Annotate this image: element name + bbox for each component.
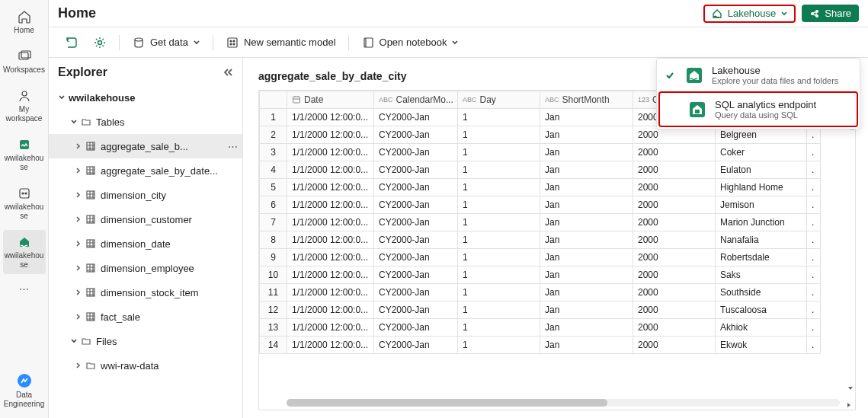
horizontal-scrollbar-track[interactable] (287, 399, 840, 407)
data-cell[interactable]: CY2000-Jan (374, 249, 458, 266)
data-cell[interactable]: Jan (540, 179, 633, 196)
table-row[interactable]: 131/1/2000 12:00:0...CY2000-Jan1Jan2000A… (260, 319, 821, 337)
data-cell[interactable]: 1 (458, 161, 540, 179)
table-row[interactable]: 51/1/2000 12:00:0...CY2000-Jan1Jan2000Hi… (260, 179, 821, 196)
data-cell[interactable]: CY2000-Jan (374, 266, 458, 284)
data-cell[interactable]: 2000 (633, 249, 716, 266)
leftrail-more[interactable]: ⋯ (19, 279, 29, 299)
column-header[interactable]: ABCCalendarMo... (374, 91, 458, 109)
table-row[interactable]: 91/1/2000 12:00:0...CY2000-Jan1Jan2000Ro… (260, 249, 821, 266)
data-cell[interactable]: Nanafalia (716, 231, 807, 249)
data-cell[interactable]: CY2000-Jan (374, 109, 458, 126)
tree-table-item[interactable]: dimension_customer (49, 207, 242, 231)
lakehouse-mode-dropdown[interactable]: Lakehouse (703, 5, 796, 23)
collapse-explorer-button[interactable] (223, 67, 233, 78)
tree-table-item[interactable]: dimension_date (49, 231, 242, 256)
data-cell[interactable]: CY2000-Jan (374, 302, 458, 319)
data-cell[interactable]: 1/1/2000 12:00:0... (287, 179, 374, 196)
data-cell[interactable]: Jemison (716, 196, 807, 214)
share-button[interactable]: Share (802, 5, 859, 22)
data-cell[interactable]: Ekwok (716, 337, 807, 354)
data-cell[interactable]: 2000 (633, 266, 716, 284)
tree-table-item[interactable]: aggregate_sale_b...⋯ (49, 134, 242, 158)
leftrail-lakehouse-3[interactable]: wwilakehouse (3, 230, 46, 274)
data-cell[interactable]: 1/1/2000 12:00:0... (287, 161, 374, 179)
data-cell[interactable]: Coker (716, 144, 807, 161)
data-cell[interactable]: 2000 (633, 214, 716, 231)
data-cell[interactable]: 1/1/2000 12:00:0... (287, 109, 374, 126)
data-cell[interactable]: 2000 (633, 337, 716, 354)
data-cell[interactable]: Jan (540, 284, 633, 302)
table-row[interactable]: 61/1/2000 12:00:0...CY2000-Jan1Jan2000Je… (260, 196, 821, 214)
data-cell[interactable]: CY2000-Jan (374, 179, 458, 196)
table-row[interactable]: 141/1/2000 12:00:0...CY2000-Jan1Jan2000E… (260, 337, 821, 354)
settings-tool[interactable] (87, 33, 113, 53)
data-cell[interactable]: Tuscaloosa (716, 302, 807, 319)
table-row[interactable]: 121/1/2000 12:00:0...CY2000-Jan1Jan2000T… (260, 302, 821, 319)
leftrail-home[interactable]: Home (3, 5, 46, 40)
data-cell[interactable]: Jan (540, 109, 633, 126)
data-cell[interactable]: Southside (716, 284, 807, 302)
data-cell[interactable]: 1 (458, 302, 540, 319)
data-cell[interactable]: CY2000-Jan (374, 319, 458, 337)
data-cell[interactable]: 1 (458, 249, 540, 266)
data-cell[interactable]: 1/1/2000 12:00:0... (287, 144, 374, 161)
data-cell[interactable]: Jan (540, 249, 633, 266)
data-cell[interactable]: CY2000-Jan (374, 126, 458, 144)
leftrail-workspaces[interactable]: Workspaces (3, 44, 46, 79)
tree-table-item[interactable]: fact_sale (49, 305, 242, 329)
data-cell[interactable]: Jan (540, 214, 633, 231)
data-cell[interactable]: 1/1/2000 12:00:0... (287, 319, 374, 337)
data-cell[interactable]: Jan (540, 144, 633, 161)
data-cell[interactable]: CY2000-Jan (374, 231, 458, 249)
table-row[interactable]: 101/1/2000 12:00:0...CY2000-Jan1Jan2000S… (260, 266, 821, 284)
data-cell[interactable]: CY2000-Jan (374, 161, 458, 179)
tree-table-item[interactable]: aggregate_sale_by_date... (49, 158, 242, 183)
mode-sql-endpoint[interactable]: SQL analytics endpoint Query data using … (658, 91, 858, 127)
data-cell[interactable]: Marion Junction (716, 214, 807, 231)
data-cell[interactable]: CY2000-Jan (374, 144, 458, 161)
data-cell[interactable]: 1/1/2000 12:00:0... (287, 302, 374, 319)
mode-lakehouse[interactable]: Lakehouse Explore your data files and fo… (657, 59, 860, 91)
data-cell[interactable]: 2000 (633, 179, 716, 196)
data-cell[interactable]: 1/1/2000 12:00:0... (287, 214, 374, 231)
data-cell[interactable]: 2000 (633, 144, 716, 161)
table-row[interactable]: 31/1/2000 12:00:0...CY2000-Jan1Jan2000Co… (260, 144, 821, 161)
data-cell[interactable]: 1/1/2000 12:00:0... (287, 266, 374, 284)
leftrail-my-workspace[interactable]: My workspace (3, 84, 46, 128)
leftrail-data-engineering[interactable]: Data Engineering (3, 368, 46, 413)
data-cell[interactable]: 1 (458, 214, 540, 231)
tree-root[interactable]: wwilakehouse (49, 85, 242, 110)
data-cell[interactable]: 2000 (633, 196, 716, 214)
data-cell[interactable]: 1/1/2000 12:00:0... (287, 196, 374, 214)
data-grid[interactable]: DateABCCalendarMo...ABCDayABCShortMonth1… (258, 90, 856, 410)
data-cell[interactable]: Jan (540, 337, 633, 354)
table-row[interactable]: 111/1/2000 12:00:0...CY2000-Jan1Jan2000S… (260, 284, 821, 302)
data-cell[interactable]: Jan (540, 302, 633, 319)
leftrail-lakehouse-2[interactable]: wwilakehouse (3, 181, 46, 225)
data-cell[interactable]: 2000 (633, 302, 716, 319)
data-cell[interactable]: Eulaton (716, 161, 807, 179)
data-cell[interactable]: 1 (458, 179, 540, 196)
refresh-tool[interactable] (58, 33, 84, 53)
data-cell[interactable]: 1 (458, 231, 540, 249)
column-header[interactable]: Date (287, 91, 374, 109)
data-cell[interactable]: Saks (716, 266, 807, 284)
data-cell[interactable]: 2000 (633, 231, 716, 249)
data-cell[interactable]: 1 (458, 284, 540, 302)
data-cell[interactable]: CY2000-Jan (374, 196, 458, 214)
data-cell[interactable]: Akhiok (716, 319, 807, 337)
table-row[interactable]: 71/1/2000 12:00:0...CY2000-Jan1Jan2000Ma… (260, 214, 821, 231)
data-cell[interactable]: Jan (540, 231, 633, 249)
column-header[interactable]: ABCDay (458, 91, 540, 109)
data-cell[interactable]: Highland Home (716, 179, 807, 196)
table-row[interactable]: 81/1/2000 12:00:0...CY2000-Jan1Jan2000Na… (260, 231, 821, 249)
data-cell[interactable]: 1 (458, 126, 540, 144)
data-cell[interactable]: CY2000-Jan (374, 284, 458, 302)
data-cell[interactable]: 1/1/2000 12:00:0... (287, 337, 374, 354)
data-cell[interactable]: 1 (458, 144, 540, 161)
data-cell[interactable]: 2000 (633, 161, 716, 179)
data-cell[interactable]: Jan (540, 266, 633, 284)
data-cell[interactable]: 1/1/2000 12:00:0... (287, 284, 374, 302)
data-cell[interactable]: 2000 (633, 284, 716, 302)
